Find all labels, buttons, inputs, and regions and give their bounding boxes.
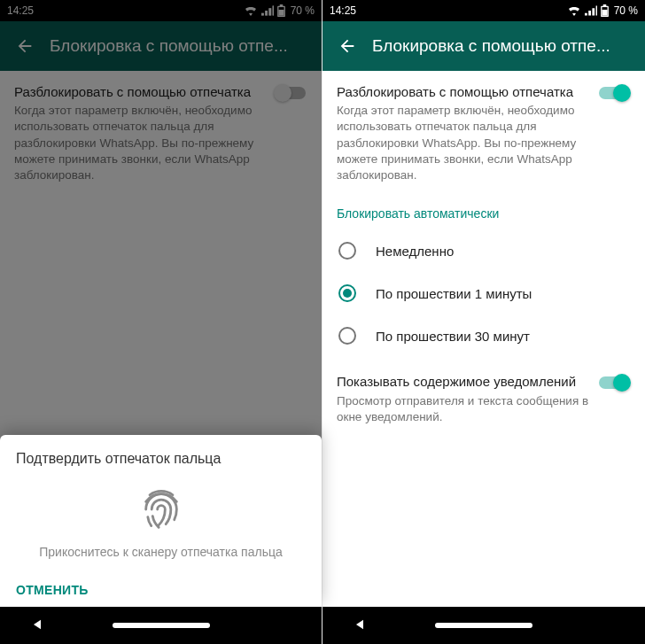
auto-lock-option-immediately[interactable]: Немедленно xyxy=(337,229,631,272)
nav-bar xyxy=(322,607,645,644)
status-battery-pct: 70 % xyxy=(614,4,638,17)
radio-icon xyxy=(338,242,356,260)
radio-icon xyxy=(338,327,356,345)
dialog-title: Подтвердить отпечаток пальца xyxy=(16,451,306,467)
status-time: 14:25 xyxy=(330,4,356,17)
dialog-hint: Прикоснитесь к сканеру отпечатка пальца xyxy=(16,545,306,559)
notif-title: Показывать содержимое уведомлений xyxy=(337,373,592,391)
show-notification-content-row[interactable]: Показывать содержимое уведомлений Просмо… xyxy=(337,373,631,425)
settings-content: Разблокировать с помощью отпечатка Когда… xyxy=(322,71,645,644)
nav-bar xyxy=(0,607,322,644)
notif-switch[interactable] xyxy=(599,376,629,389)
notif-desc: Просмотр отправителя и текста сообщения … xyxy=(337,393,592,425)
fingerprint-icon xyxy=(138,486,184,532)
svg-rect-3 xyxy=(602,10,607,16)
radio-label: По прошествии 1 минуты xyxy=(376,286,532,301)
status-bar: 14:25 70 % xyxy=(322,0,645,21)
auto-lock-option-30min[interactable]: По прошествии 30 минут xyxy=(337,314,631,357)
radio-label: Немедленно xyxy=(376,244,454,259)
screenshot-right: 14:25 70 % Блокировка с помощью отпе... … xyxy=(322,0,645,644)
signal-icon xyxy=(585,5,597,16)
back-button[interactable] xyxy=(333,32,361,60)
nav-back-icon[interactable] xyxy=(353,617,367,632)
radio-icon xyxy=(338,284,356,302)
app-bar-title: Блокировка с помощью отпе... xyxy=(372,36,610,56)
app-bar: Блокировка с помощью отпе... xyxy=(322,21,645,71)
unlock-title: Разблокировать с помощью отпечатка xyxy=(337,83,592,101)
unlock-switch[interactable] xyxy=(599,87,629,99)
battery-icon xyxy=(601,4,609,17)
unlock-with-fingerprint-row[interactable]: Разблокировать с помощью отпечатка Когда… xyxy=(337,83,631,183)
nav-home-pill[interactable] xyxy=(435,623,532,628)
radio-label: По прошествии 30 минут xyxy=(376,329,530,344)
auto-lock-option-1min[interactable]: По прошествии 1 минуты xyxy=(337,272,631,314)
screenshot-left: 14:25 70 % Блокировка с помощью отпе... … xyxy=(0,0,322,644)
status-icons: 70 % xyxy=(567,4,638,17)
nav-back-icon[interactable] xyxy=(30,617,44,632)
unlock-desc: Когда этот параметр включён, необходимо … xyxy=(337,103,592,183)
back-arrow-icon xyxy=(338,36,357,56)
wifi-icon xyxy=(567,5,581,16)
nav-home-pill[interactable] xyxy=(113,623,210,628)
auto-lock-header: Блокировать автоматически xyxy=(337,206,631,221)
cancel-button[interactable]: ОТМЕНИТЬ xyxy=(16,583,89,597)
fingerprint-dialog: Подтвердить отпечаток пальца Прикоснитес… xyxy=(0,435,322,607)
